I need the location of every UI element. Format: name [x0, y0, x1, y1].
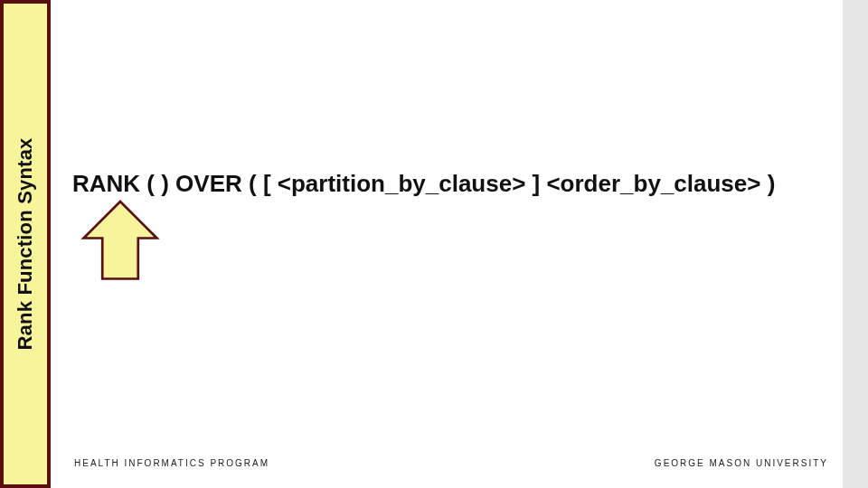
- up-arrow-icon: [80, 197, 161, 287]
- sidebar-title-box: Rank Function Syntax: [0, 0, 51, 488]
- content-area: RANK ( ) OVER ( [ <partition_by_clause> …: [72, 170, 832, 198]
- footer-left: HEALTH INFORMATICS PROGRAM: [74, 458, 269, 468]
- slide: Rank Function Syntax RANK ( ) OVER ( [ <…: [0, 0, 868, 488]
- up-arrow-shape: [84, 202, 157, 279]
- sidebar-title: Rank Function Syntax: [14, 137, 37, 350]
- syntax-text: RANK ( ) OVER ( [ <partition_by_clause> …: [72, 170, 832, 198]
- footer-right: GEORGE MASON UNIVERSITY: [655, 458, 828, 468]
- right-decor-strip: [843, 0, 868, 488]
